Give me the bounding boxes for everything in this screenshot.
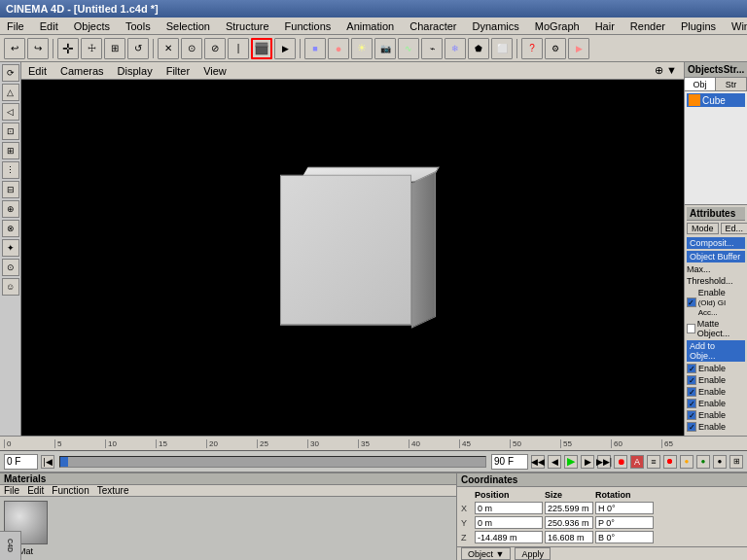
rotate-tool-button[interactable]: ↺	[127, 38, 149, 59]
playback-start-btn[interactable]: |◀	[41, 455, 54, 469]
menu-plugins[interactable]: Plugins	[678, 19, 719, 33]
left-tool-11[interactable]: ⊙	[2, 259, 19, 276]
render-settings-btn[interactable]: ⚙	[545, 38, 566, 59]
camera-btn[interactable]: 📷	[374, 38, 396, 59]
fps-btn3[interactable]: ●	[696, 455, 710, 469]
coords-apply-btn[interactable]: Apply	[515, 547, 551, 560]
fps-btn[interactable]: ⏺	[663, 455, 677, 469]
fps-btn2[interactable]: ●	[680, 455, 694, 469]
menu-structure[interactable]: Structure	[223, 19, 272, 33]
coords-x-pos[interactable]: 0 m	[475, 502, 543, 514]
scale-tool-button[interactable]: ⊞	[104, 38, 125, 59]
coords-x-size[interactable]: 225.599 m	[545, 502, 593, 514]
clapperboard-button[interactable]	[251, 38, 272, 59]
left-tool-2[interactable]: △	[2, 84, 19, 101]
menu-edit[interactable]: Edit	[37, 19, 61, 33]
record-btn[interactable]: ⏺	[614, 455, 627, 469]
vp-cameras[interactable]: Cameras	[57, 64, 107, 78]
fps-btn5[interactable]: ⊞	[729, 455, 743, 469]
menu-dynamics[interactable]: Dynamics	[470, 19, 522, 33]
play-end-btn[interactable]: ▶▶|	[597, 455, 611, 469]
left-tool-5[interactable]: ⊞	[2, 142, 19, 159]
render-to-viewer-btn[interactable]: ▶	[568, 38, 589, 59]
frame-start-field[interactable]	[4, 454, 38, 470]
coords-y-rot[interactable]: P 0°	[595, 516, 654, 529]
floor-btn[interactable]: ⬜	[491, 38, 513, 59]
coords-y-size[interactable]: 250.936 m	[545, 516, 593, 529]
left-tool-9[interactable]: ⊗	[2, 220, 19, 237]
left-tool-10[interactable]: ✦	[2, 239, 19, 257]
coords-z-size[interactable]: 16.608 m	[545, 531, 593, 543]
menu-mograph[interactable]: MoGraph	[532, 19, 583, 33]
menu-animation[interactable]: Animation	[343, 19, 397, 33]
undo-button[interactable]: ↩	[4, 38, 25, 59]
enable-3-checkbox[interactable]: ✓	[687, 387, 696, 397]
object-btn-1[interactable]: ✕	[158, 38, 179, 59]
mat-menu-texture[interactable]: Texture	[97, 485, 129, 496]
mat-menu-function[interactable]: Function	[52, 485, 89, 496]
vp-filter[interactable]: Filter	[163, 64, 193, 78]
left-tool-8[interactable]: ⊕	[2, 200, 19, 218]
menu-hair[interactable]: Hair	[592, 19, 618, 33]
left-tool-6[interactable]: ⋮	[2, 161, 19, 179]
object-btn-2[interactable]: ⊙	[181, 38, 202, 59]
cube-prim-btn[interactable]: ■	[304, 38, 326, 59]
tab-objects[interactable]: Obj	[685, 78, 716, 90]
coords-z-pos[interactable]: -14.489 m	[475, 531, 543, 543]
move-tool-button[interactable]: ☩	[81, 38, 102, 59]
play-btn[interactable]: ▶	[564, 455, 578, 469]
mat-menu-file[interactable]: File	[4, 485, 19, 496]
play-prev-frame-btn[interactable]: ◀	[548, 455, 561, 469]
light-btn[interactable]: ☀	[351, 38, 373, 59]
fx-btn[interactable]: ❄	[445, 38, 466, 59]
menu-selection[interactable]: Selection	[163, 19, 213, 33]
enable-gi-checkbox[interactable]: ✓	[687, 298, 696, 307]
left-tool-3[interactable]: ◁	[2, 103, 19, 121]
enable-5-checkbox[interactable]: ✓	[687, 410, 696, 420]
coords-type-select[interactable]: Object ▼	[461, 547, 511, 560]
menu-objects[interactable]: Objects	[71, 19, 113, 33]
coords-x-rot[interactable]: H 0°	[595, 502, 654, 514]
enable-1-checkbox[interactable]: ✓	[687, 364, 696, 373]
sphere-prim-btn[interactable]: ●	[328, 38, 349, 59]
attr-tab-edit[interactable]: Ed...	[721, 223, 747, 234]
deformer-btn[interactable]: ⌁	[421, 38, 443, 59]
menu-render[interactable]: Render	[627, 19, 668, 33]
enable-4-checkbox[interactable]: ✓	[687, 399, 696, 408]
mat-menu-edit[interactable]: Edit	[27, 485, 44, 496]
enable-6-checkbox[interactable]: ✓	[687, 422, 696, 432]
menu-character[interactable]: Character	[407, 19, 459, 33]
left-tool-1[interactable]: ⟳	[2, 64, 19, 82]
left-tool-12[interactable]: ☺	[2, 278, 19, 296]
question-btn[interactable]: ?	[521, 38, 543, 59]
left-tool-4[interactable]: ⊡	[2, 122, 19, 140]
menu-window[interactable]: Window	[729, 19, 747, 33]
viewport[interactable]	[21, 80, 684, 436]
render-btn-small[interactable]: ▶	[274, 38, 296, 59]
autokey-btn[interactable]: A	[630, 455, 644, 469]
frame-end-field[interactable]	[491, 454, 528, 470]
coords-y-pos[interactable]: 0 m	[475, 516, 543, 529]
redo-button[interactable]: ↪	[27, 38, 49, 59]
attr-tab-mode[interactable]: Mode	[687, 223, 719, 234]
enable-2-checkbox[interactable]: ✓	[687, 375, 696, 385]
fps-btn4[interactable]: ●	[713, 455, 727, 469]
object-item-cube[interactable]: Cube	[687, 93, 745, 107]
matte-object-checkbox[interactable]	[687, 324, 695, 333]
spline-btn[interactable]: ∿	[398, 38, 419, 59]
timeline-slider[interactable]	[59, 456, 486, 468]
menu-file[interactable]: File	[4, 19, 27, 33]
play-next-frame-btn[interactable]: ▶	[581, 455, 594, 469]
select-tool-button[interactable]: ✛	[57, 38, 79, 59]
tab-structure[interactable]: Str	[716, 78, 747, 90]
left-tool-7[interactable]: ⊟	[2, 181, 19, 198]
vp-edit[interactable]: Edit	[25, 64, 50, 78]
play-prev-btn[interactable]: ◀◀	[531, 455, 545, 469]
object-btn-3[interactable]: ⊘	[204, 38, 226, 59]
coords-z-rot[interactable]: B 0°	[595, 531, 654, 543]
object-btn-4[interactable]: |	[228, 38, 249, 59]
vp-display[interactable]: Display	[115, 64, 156, 78]
timeline-options-btn[interactable]: ≡	[647, 455, 660, 469]
vp-view[interactable]: View	[200, 64, 230, 78]
menu-functions[interactable]: Functions	[282, 19, 335, 33]
